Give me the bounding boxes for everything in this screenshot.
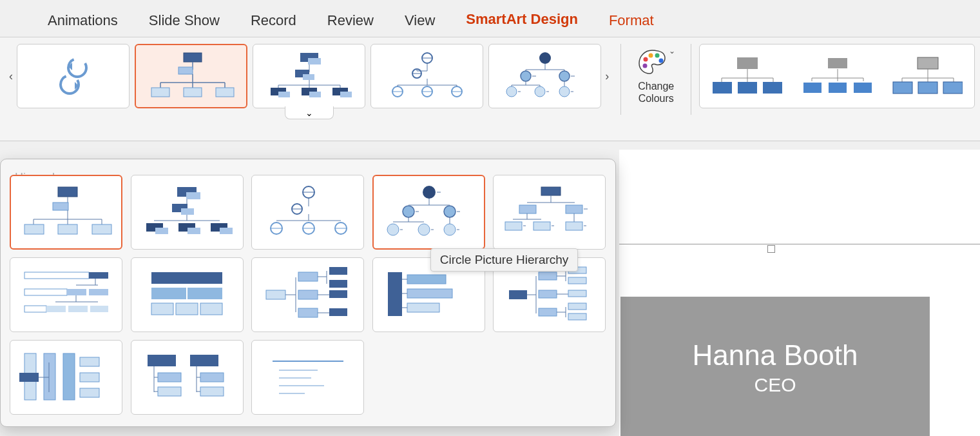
- svg-rect-88: [803, 82, 822, 94]
- layout-thumb-half-circle-org[interactable]: [370, 44, 483, 108]
- layout-thumb-name-title-org[interactable]: ⌄: [253, 44, 365, 108]
- svg-rect-184: [187, 288, 222, 299]
- svg-rect-100: [58, 187, 77, 197]
- svg-rect-4: [184, 53, 202, 62]
- svg-rect-182: [151, 272, 222, 284]
- svg-rect-16: [308, 58, 321, 64]
- svg-rect-167: [566, 222, 582, 230]
- svg-rect-205: [407, 303, 439, 312]
- svg-rect-231: [80, 357, 99, 366]
- svg-point-64: [559, 86, 570, 97]
- dd-layout-name-title-org[interactable]: [131, 175, 244, 250]
- tab-smartart-design[interactable]: SmartArt Design: [450, 5, 593, 41]
- tab-format[interactable]: Format: [593, 6, 669, 39]
- dd-layout-hierarchy[interactable]: [493, 175, 606, 250]
- svg-rect-163: [505, 222, 522, 230]
- svg-rect-90: [853, 82, 872, 94]
- selection-handle[interactable]: [767, 245, 775, 253]
- tab-record[interactable]: Record: [235, 6, 312, 39]
- svg-rect-171: [24, 289, 67, 295]
- svg-rect-202: [388, 272, 402, 316]
- dd-layout-org-chart[interactable]: [10, 175, 122, 250]
- svg-rect-169: [24, 272, 89, 279]
- gallery-prev-button[interactable]: ‹: [5, 44, 17, 108]
- svg-rect-192: [298, 290, 318, 299]
- svg-rect-177: [90, 306, 108, 312]
- svg-point-150: [418, 224, 430, 235]
- svg-rect-240: [200, 373, 224, 382]
- svg-rect-218: [568, 277, 586, 284]
- svg-rect-12: [151, 88, 169, 97]
- svg-rect-115: [181, 208, 194, 215]
- svg-rect-234: [148, 355, 176, 366]
- svg-rect-82: [827, 57, 848, 69]
- svg-rect-197: [329, 280, 347, 288]
- gallery-expand-button[interactable]: ⌄: [285, 106, 334, 119]
- svg-rect-199: [329, 290, 347, 298]
- svg-point-152: [444, 224, 456, 235]
- tab-view[interactable]: View: [389, 6, 450, 39]
- tab-animations[interactable]: Animations: [32, 6, 133, 39]
- tab-slideshow[interactable]: Slide Show: [133, 6, 235, 39]
- style-thumb-3[interactable]: [892, 54, 963, 99]
- svg-rect-175: [46, 306, 66, 312]
- svg-rect-226: [44, 353, 55, 400]
- dd-layout-labeled-hierarchy[interactable]: [10, 257, 122, 332]
- svg-rect-213: [539, 290, 557, 298]
- layout-dropdown-panel: Hierarchy: [0, 159, 616, 427]
- layout-thumb-cycle[interactable]: [17, 44, 130, 108]
- tab-review[interactable]: Review: [312, 6, 389, 39]
- svg-rect-89: [828, 82, 847, 94]
- change-colours-button[interactable]: ⌄ Change Colours: [629, 44, 683, 107]
- svg-rect-172: [67, 289, 86, 295]
- layout-thumb-org-chart[interactable]: [135, 44, 247, 108]
- ribbon-tabs: Animations Slide Show Record Review View…: [0, 0, 980, 37]
- svg-rect-214: [539, 308, 557, 316]
- node-title: CEO: [754, 374, 796, 396]
- svg-rect-201: [329, 308, 347, 316]
- change-colours-label: Change Colours: [638, 80, 674, 104]
- svg-point-70: [655, 54, 660, 58]
- svg-rect-186: [176, 303, 198, 315]
- svg-rect-26: [278, 92, 290, 97]
- svg-rect-241: [200, 387, 224, 396]
- svg-rect-28: [309, 92, 321, 97]
- svg-rect-196: [329, 267, 347, 275]
- svg-point-72: [643, 64, 648, 68]
- svg-point-148: [387, 224, 399, 235]
- dd-layout-horizontal-labeled[interactable]: [10, 340, 122, 415]
- svg-rect-185: [151, 303, 173, 315]
- dd-layout-horizontal-hierarchy[interactable]: [251, 257, 364, 332]
- svg-rect-91: [918, 57, 938, 69]
- slide-canvas: Hanna Booth CEO: [619, 150, 980, 436]
- org-chart-node-ceo[interactable]: Hanna Booth CEO: [620, 297, 930, 436]
- node-name: Hanna Booth: [693, 339, 858, 372]
- dd-layout-table-hierarchy[interactable]: [131, 257, 244, 332]
- svg-rect-110: [92, 224, 111, 234]
- svg-point-53: [521, 71, 531, 81]
- toolbar-divider: [620, 44, 621, 115]
- svg-rect-108: [24, 224, 44, 234]
- layout-thumb-circle-picture[interactable]: [488, 44, 601, 108]
- dd-layout-circle-picture[interactable]: Circle Picture Hierarchy: [372, 175, 485, 250]
- svg-point-60: [506, 86, 517, 97]
- dd-layout-half-circle-org[interactable]: [251, 175, 364, 250]
- smartart-selection-border[interactable]: [619, 244, 980, 254]
- svg-rect-30: [340, 92, 352, 97]
- svg-rect-232: [80, 373, 99, 382]
- layout-tooltip: Circle Picture Hierarchy: [430, 248, 579, 272]
- svg-rect-170: [89, 272, 108, 279]
- style-thumb-1[interactable]: [711, 54, 782, 99]
- svg-rect-212: [539, 272, 557, 280]
- svg-point-48: [539, 52, 551, 64]
- svg-point-55: [559, 71, 570, 81]
- svg-rect-228: [19, 373, 39, 382]
- dd-layout-hierarchy-list[interactable]: [131, 340, 244, 415]
- svg-rect-6: [178, 67, 193, 74]
- svg-rect-80: [738, 82, 757, 94]
- dd-layout-lined-list[interactable]: [251, 340, 364, 415]
- gallery-next-button[interactable]: ›: [601, 44, 613, 108]
- svg-rect-233: [80, 388, 99, 397]
- style-thumb-2[interactable]: [802, 54, 872, 99]
- svg-rect-81: [763, 82, 782, 94]
